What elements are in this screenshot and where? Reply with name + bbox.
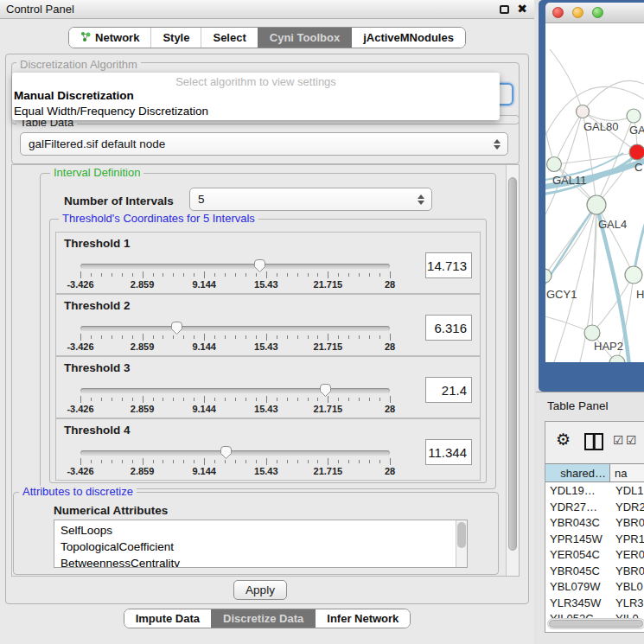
table-row[interactable]: YDR27…YDR2 bbox=[545, 500, 644, 516]
control-panel-titlebar: Control Panel ✖ bbox=[0, 0, 534, 19]
cell-name: YPR1 bbox=[615, 532, 644, 545]
attributes-list-scrollbar[interactable] bbox=[456, 520, 467, 567]
attributes-group: Attributes to discretize Numerical Attri… bbox=[13, 492, 499, 575]
network-edge[interactable] bbox=[550, 49, 583, 112]
algorithm-group-title: Discretization Algorithm bbox=[16, 59, 141, 71]
network-edge[interactable] bbox=[596, 205, 634, 275]
column-header-name[interactable]: na bbox=[615, 464, 627, 480]
checkbox-icon[interactable]: ☑ bbox=[626, 433, 637, 447]
table-panel-title: Table Panel bbox=[547, 399, 609, 412]
cell-name: YBR0 bbox=[615, 564, 644, 577]
network-edge[interactable] bbox=[583, 112, 634, 120]
split-pane-icon[interactable] bbox=[584, 433, 603, 450]
tab-network[interactable]: Network bbox=[69, 28, 150, 48]
table-row[interactable]: YBL079WYBL0 bbox=[545, 579, 644, 596]
minimize-traffic-light-icon[interactable] bbox=[572, 7, 583, 18]
tab-infer-network[interactable]: Infer Network bbox=[315, 609, 410, 628]
tab-style[interactable]: Style bbox=[150, 28, 201, 48]
network-edge[interactable] bbox=[583, 80, 644, 112]
table-data-selected-value: galFiltered.sif default node bbox=[29, 137, 165, 150]
algorithm-dropdown-popup: Select algorithm to view settings Manual… bbox=[12, 73, 500, 120]
threshold-slider-track[interactable] bbox=[80, 450, 390, 456]
bottom-tab-bar: Impute DataDiscretize DataInfer Network bbox=[124, 609, 411, 628]
tab-impute-data[interactable]: Impute Data bbox=[124, 609, 211, 628]
table-row[interactable]: YDL19…YDL1 bbox=[545, 483, 644, 500]
table-data-combobox[interactable]: galFiltered.sif default node bbox=[20, 132, 508, 156]
network-node[interactable] bbox=[547, 157, 562, 172]
network-node[interactable] bbox=[584, 325, 600, 341]
network-edge[interactable] bbox=[592, 275, 634, 333]
slider-tick-labels: -3.4262.8599.14415.4321.71528 bbox=[80, 466, 390, 476]
threshold-panel: Threshold 1 -3.4262.8599.14415.4321.7152… bbox=[55, 232, 481, 294]
network-view-window[interactable]: GAL80GACGAL11GAL4GCY1HHAP2 bbox=[539, 0, 644, 392]
network-edge[interactable] bbox=[545, 110, 554, 164]
threshold-slider-track[interactable] bbox=[80, 326, 390, 331]
numerical-attributes-list[interactable]: SelfLoopsTopologicalCoefficientBetweenne… bbox=[54, 520, 468, 568]
threshold-value-field[interactable] bbox=[425, 377, 472, 403]
apply-button[interactable]: Apply bbox=[233, 580, 287, 600]
dropdown-hint: Select algorithm to view settings bbox=[12, 73, 500, 88]
number-of-intervals-value: 5 bbox=[198, 193, 205, 206]
checkbox-icon[interactable]: ☑ bbox=[613, 433, 624, 447]
threshold-panel: Threshold 3 -3.4262.8599.14415.4321.7152… bbox=[55, 356, 481, 418]
threshold-value-field[interactable] bbox=[425, 439, 472, 465]
close-traffic-light-icon[interactable] bbox=[552, 7, 564, 18]
network-edge-highlighted[interactable] bbox=[545, 205, 596, 291]
network-node[interactable] bbox=[545, 269, 552, 283]
node-table: ⚙ ☑ ☑ shared… na YDL19…YDL1YDR27…YDR2YBR… bbox=[545, 421, 644, 633]
network-node[interactable] bbox=[629, 144, 644, 160]
attribute-list-item[interactable]: SelfLoops bbox=[54, 522, 467, 539]
threshold-value-field[interactable] bbox=[425, 315, 472, 341]
threshold-slider-track[interactable] bbox=[80, 388, 390, 393]
table-row[interactable]: YBR045CYBR0 bbox=[545, 564, 644, 580]
column-header-shared-name[interactable]: shared… bbox=[545, 464, 610, 481]
network-node[interactable] bbox=[625, 266, 642, 284]
attribute-list-item[interactable]: BetweennessCentrality bbox=[54, 555, 467, 568]
network-node-label: GAL4 bbox=[598, 218, 627, 231]
tab-select[interactable]: Select bbox=[201, 28, 257, 48]
interval-definition-group: Interval Definition Number of Intervals … bbox=[40, 173, 496, 489]
tab-cyni-toolbox[interactable]: Cyni Toolbox bbox=[258, 28, 351, 48]
threshold-slider-track[interactable] bbox=[80, 264, 390, 269]
scrollbar-thumb[interactable] bbox=[549, 620, 643, 628]
number-of-intervals-combobox[interactable]: 5 bbox=[189, 188, 432, 211]
table-horizontal-scrollbar[interactable] bbox=[547, 618, 644, 629]
dropdown-option[interactable]: Manual Discretization bbox=[12, 88, 500, 104]
attribute-list-item[interactable]: TopologicalCoefficient bbox=[54, 539, 467, 555]
cell-shared-name: YLR345W bbox=[550, 596, 610, 609]
tab-label: Style bbox=[163, 31, 189, 44]
table-row[interactable]: YPR145WYPR1 bbox=[545, 532, 644, 548]
gear-icon[interactable]: ⚙ bbox=[556, 430, 571, 450]
network-window-titlebar[interactable] bbox=[545, 3, 644, 23]
table-row[interactable]: YLR345WYLR3 bbox=[545, 596, 644, 612]
scrollbar-thumb[interactable] bbox=[508, 177, 517, 551]
settings-vertical-scrollbar[interactable] bbox=[506, 165, 519, 576]
dropdown-option[interactable]: Equal Width/Frequency Discretization bbox=[12, 104, 500, 119]
table-header-row: shared… na bbox=[545, 463, 644, 482]
tab-discretize-data[interactable]: Discretize Data bbox=[211, 609, 315, 628]
tab-label: jActiveMNodules bbox=[363, 31, 454, 44]
close-icon[interactable]: ✖ bbox=[517, 2, 527, 16]
network-node[interactable] bbox=[587, 195, 606, 214]
float-window-icon[interactable] bbox=[500, 5, 509, 14]
network-node[interactable] bbox=[577, 105, 590, 118]
threshold-value-field[interactable] bbox=[425, 252, 472, 278]
network-canvas-svg: GAL80GACGAL11GAL4GCY1HHAP2 bbox=[545, 23, 644, 362]
slider-ticks bbox=[80, 334, 390, 341]
thresholds-group: Threshold's Coordinates for 5 Intervals … bbox=[49, 219, 487, 483]
network-node[interactable] bbox=[609, 355, 625, 362]
cell-name: YDR2 bbox=[615, 501, 644, 513]
table-row[interactable]: YER054CYER0 bbox=[545, 547, 644, 564]
tab-label: Select bbox=[213, 31, 245, 44]
cell-name: YLR3 bbox=[615, 596, 644, 609]
zoom-traffic-light-icon[interactable] bbox=[592, 7, 603, 18]
slider-ticks bbox=[80, 458, 390, 466]
tab-jactivemnodules[interactable]: jActiveMNodules bbox=[351, 28, 465, 48]
network-canvas[interactable]: GAL80GACGAL11GAL4GCY1HHAP2 bbox=[545, 23, 644, 362]
table-row[interactable]: YBR043CYBR0 bbox=[545, 515, 644, 532]
tab-label: Infer Network bbox=[327, 612, 399, 625]
scrollbar-thumb[interactable] bbox=[457, 522, 466, 548]
interval-group-title: Interval Definition bbox=[50, 167, 143, 179]
network-node[interactable] bbox=[627, 109, 641, 123]
panel-title: Control Panel bbox=[6, 3, 74, 16]
